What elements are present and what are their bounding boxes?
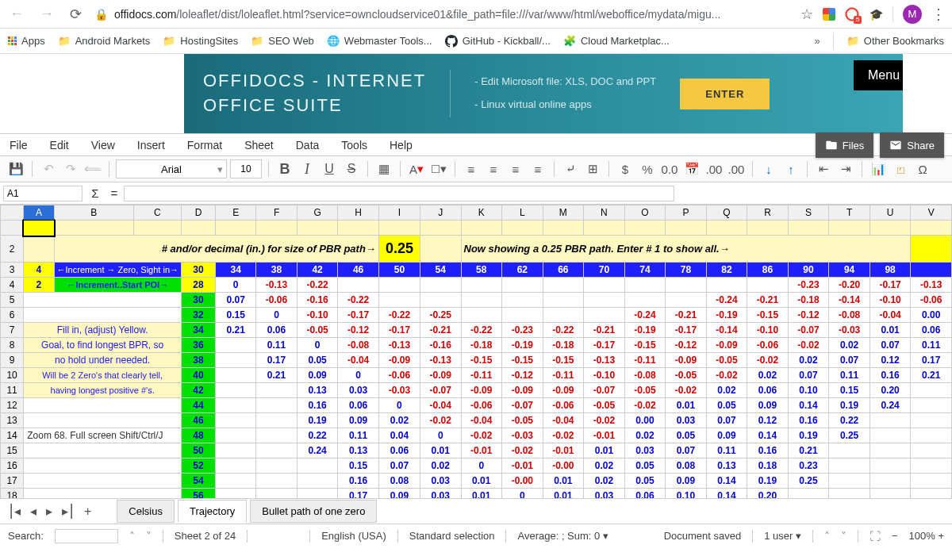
bold-button[interactable]: B [275,159,294,178]
cell[interactable]: 0.21 [788,443,829,458]
cell[interactable] [216,458,256,474]
cell[interactable]: 0.21 [911,368,952,383]
cell[interactable]: 0.05 [297,353,338,368]
align-right-button[interactable]: ≡ [506,159,525,178]
cell[interactable]: 0.02 [584,474,625,489]
cell[interactable]: -0.15 [543,353,584,368]
cell[interactable]: -0.13 [378,338,420,353]
column-header[interactable]: C [133,205,181,221]
row-header[interactable]: 14 [1,428,24,443]
cell[interactable]: Now showing a 0.25 PBR path. Enter # 1 t… [461,236,911,263]
zoom-out-button[interactable]: − [892,530,898,542]
cell[interactable] [24,458,182,474]
cell[interactable]: 0.19 [829,398,870,413]
font-family-select[interactable]: Arial [116,159,227,178]
cell[interactable]: 0.03 [338,383,379,398]
cell[interactable]: 30 [182,263,216,278]
cell[interactable] [256,443,298,458]
cell[interactable]: 0.07 [216,293,256,308]
cell[interactable]: 46 [182,413,216,428]
cell[interactable] [297,221,338,236]
cell[interactable] [829,474,870,489]
insert-function-button[interactable]: ⏍ [891,159,910,178]
cell[interactable] [182,221,216,236]
cell[interactable]: 0.17 [911,353,952,368]
cell[interactable]: -0.15 [461,353,502,368]
cell[interactable] [911,263,952,278]
cell[interactable]: -0.04 [543,413,584,428]
add-decimal-button[interactable]: .00 [704,159,724,178]
cell[interactable]: -0.05 [706,353,747,368]
row-header[interactable]: 12 [1,398,24,413]
cell[interactable]: -0.02 [747,353,789,368]
cell[interactable]: 0.02 [584,458,625,474]
cell[interactable]: -0.24 [624,308,666,323]
cell[interactable]: -0.11 [461,368,502,383]
align-left-button[interactable]: ≡ [462,159,481,178]
search-input[interactable] [55,529,118,543]
cell[interactable]: 0.01 [461,489,502,499]
column-header[interactable]: E [216,205,256,221]
cell[interactable]: -0.13 [584,353,625,368]
cell[interactable]: -0.15 [747,308,789,323]
cell[interactable]: -0.10 [869,293,911,308]
sort-asc-button[interactable]: ↓ [759,159,778,178]
cell[interactable]: -0.06 [543,398,584,413]
cell[interactable] [24,489,182,499]
cell[interactable] [216,443,256,458]
cell[interactable]: 0 [216,278,256,293]
search-prev-icon[interactable]: ˄ [129,530,135,543]
zoom-next-icon[interactable]: ˅ [841,530,846,543]
cell[interactable] [24,293,182,308]
bookmark-folder[interactable]: 📁Android Markets [58,35,151,48]
column-header[interactable]: B [54,205,133,221]
spreadsheet-grid[interactable]: ABCDEFGHIJKLMNOPQRSTUV 2# and/or decimal… [0,205,952,498]
cell[interactable] [216,489,256,499]
format-paint-icon[interactable]: ⟸ [83,159,102,178]
strikethrough-button[interactable]: S [342,159,361,178]
cell[interactable]: -0.07 [420,383,462,398]
cell[interactable]: 0.13 [297,383,338,398]
save-icon[interactable]: 💾 [6,159,25,178]
cell[interactable]: -0.17 [666,323,707,338]
cell[interactable]: ←Increment → Zero, Sight in→ [54,263,181,278]
share-button[interactable]: Share [880,132,944,158]
cell[interactable]: 0.01 [461,474,502,489]
cell[interactable] [338,221,379,236]
equals-icon[interactable]: = [105,186,124,200]
cell[interactable]: -0.09 [502,383,543,398]
cell[interactable]: 0 [378,398,420,413]
cell[interactable]: -0.05 [666,368,707,383]
sheet-tab[interactable]: Celsius [117,500,175,523]
cell-reference-box[interactable]: A1 [3,186,83,201]
cell[interactable]: 66 [543,263,584,278]
cell[interactable] [216,221,256,236]
cell[interactable] [256,489,298,499]
cell[interactable]: Goal, to find longest BPR, so [24,338,182,353]
cell[interactable] [543,293,584,308]
bookmarks-overflow[interactable]: » [815,35,820,47]
cell[interactable]: -0.02 [666,383,707,398]
cell[interactable]: -0.09 [420,368,462,383]
cell[interactable]: -0.12 [666,338,707,353]
cell[interactable] [54,221,133,236]
cell[interactable] [256,458,298,474]
reload-button[interactable]: ⟳ [67,4,85,25]
cell[interactable]: 56 [182,489,216,499]
menu-insert[interactable]: Insert [137,139,165,152]
sort-desc-button[interactable]: ↑ [781,159,800,178]
cell[interactable]: 0.09 [297,368,338,383]
user-count[interactable]: 1 user ▾ [764,530,801,542]
row-header[interactable]: 3 [1,263,24,278]
cell[interactable]: 0.13 [706,458,747,474]
cell[interactable] [256,398,298,413]
column-header[interactable]: S [788,205,829,221]
cell[interactable]: 0.25 [788,474,829,489]
cell[interactable]: 0.12 [869,353,911,368]
menu-help[interactable]: Help [390,139,413,152]
cell[interactable]: -0.07 [502,398,543,413]
cell[interactable] [829,443,870,458]
cell[interactable]: 0.01 [666,398,707,413]
cell[interactable]: -0.08 [829,308,870,323]
cell[interactable] [911,398,952,413]
